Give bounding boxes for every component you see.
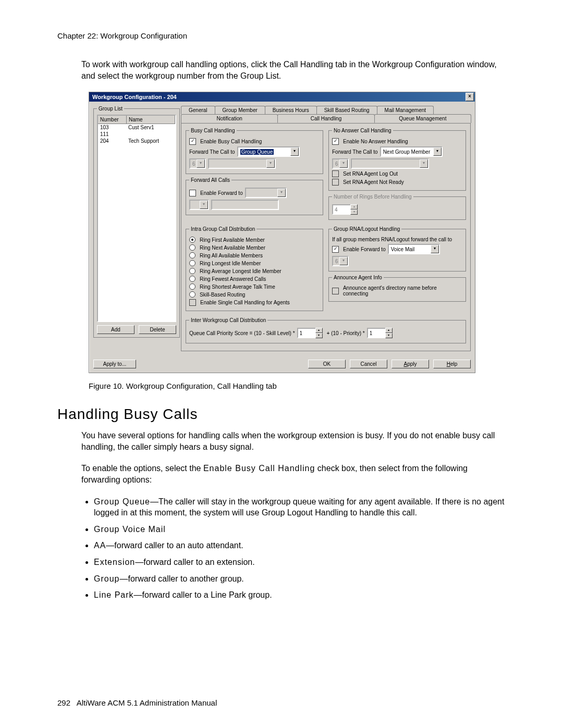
fwd-all-select: ▾	[245, 188, 287, 198]
radio-avg-longest[interactable]	[189, 268, 195, 274]
chevron-down-icon: ▾	[290, 147, 299, 156]
priority-spinner-a[interactable]: 1▴▾	[297, 328, 316, 338]
chevron-down-icon: ▾	[266, 159, 275, 168]
announce-agent-info: Announce Agent Info Announce agent's dir…	[328, 275, 466, 302]
window-title: Workgroup Configuration - 204	[92, 94, 177, 100]
single-call-chk[interactable]	[189, 299, 196, 306]
chevron-down-icon: ▾	[431, 245, 439, 253]
ok-button[interactable]: OK	[308, 360, 346, 368]
list-item: AA—forward caller to an auto attendant.	[94, 540, 506, 551]
page-footer: 292 AltiWare ACM 5.1 Administration Manu…	[57, 698, 217, 707]
intra-group-distribution: Intra Group Call Distribution Ring First…	[186, 226, 323, 311]
radio-ring-next[interactable]	[189, 244, 195, 251]
chevron-down-icon: ▾	[200, 201, 208, 209]
close-icon[interactable]: ×	[466, 93, 474, 101]
tab-general[interactable]: General	[181, 106, 215, 114]
priority-spinner-b[interactable]: 1▴▾	[367, 328, 386, 338]
busy-call-handling: Busy Call Handling Enable Busy Call Hand…	[186, 128, 323, 174]
busy-small-num: 6▾	[189, 158, 206, 169]
cancel-button[interactable]: Cancel	[350, 360, 387, 368]
enable-busy-chk[interactable]	[189, 138, 196, 145]
radio-skill-based[interactable]	[189, 291, 195, 298]
tab-skill-routing[interactable]: Skill Based Routing	[316, 106, 377, 114]
no-answer-handling: No Answer Call Handling Enable No Answer…	[328, 128, 466, 191]
enable-noanswer-chk[interactable]	[332, 138, 339, 145]
section-heading: Handling Busy Calls	[57, 406, 506, 423]
list-item: Group Queue—The caller will stay in the …	[94, 496, 506, 519]
col-number[interactable]: Number	[98, 116, 127, 124]
radio-ring-first[interactable]	[189, 237, 195, 243]
body-paragraph: To enable the options, select the Enable…	[81, 463, 506, 485]
radio-fewest[interactable]	[189, 276, 195, 282]
tab-call-handling[interactable]: Call Handling	[277, 114, 374, 123]
chevron-down-icon: ▾	[277, 189, 286, 197]
radio-ring-all[interactable]	[189, 252, 195, 258]
list-row[interactable]: 111	[98, 131, 175, 138]
radio-longest-idle[interactable]	[189, 260, 195, 266]
radio-shortest-talk[interactable]	[189, 283, 195, 290]
group-list-fieldset: Group List Number Name 103 Cust Serv1 11…	[93, 106, 180, 338]
chevron-down-icon: ▾	[420, 159, 428, 168]
figure-screenshot: Workgroup Configuration - 204 × Group Li…	[89, 92, 506, 373]
intro-paragraph: To work with workgroup call handling opt…	[81, 59, 506, 81]
titlebar: Workgroup Configuration - 204 ×	[89, 92, 475, 102]
col-name[interactable]: Name	[127, 116, 175, 124]
rings-before-handling: Number of Rings Before Handling 4▴▾	[328, 194, 466, 220]
tab-business-hours[interactable]: Business Hours	[265, 106, 317, 114]
inter-workgroup-distribution: Inter Workgroup Call Distribution Queue …	[186, 317, 466, 343]
forward-all-calls: Forward All Calls Enable Forward to ▾ ▾	[186, 177, 323, 215]
apply-button[interactable]: Apply	[391, 360, 429, 368]
add-button[interactable]: Add	[97, 325, 134, 334]
list-item: Group—forward caller to another group.	[94, 573, 506, 585]
tab-notification[interactable]: Notification	[181, 114, 278, 123]
list-item: Line Park—forward caller to a Line Park …	[94, 589, 506, 601]
rna-logout-chk[interactable]	[332, 170, 339, 177]
list-row[interactable]: 103 Cust Serv1	[98, 124, 175, 131]
rna-fwd-select[interactable]: Voice Mail▾	[388, 244, 440, 254]
figure-caption: Figure 10. Workgroup Configuration, Call…	[89, 381, 506, 390]
chevron-down-icon: ▾	[433, 147, 442, 156]
group-list-legend: Group List	[97, 106, 124, 112]
announce-chk[interactable]	[332, 288, 339, 294]
noanswer-forward-select[interactable]: Next Group Member▾	[380, 146, 443, 157]
list-row[interactable]: 204 Tech Support	[98, 138, 175, 144]
chapter-header: Chapter 22: Workgroup Configuration	[57, 31, 506, 40]
chevron-down-icon: ▾	[197, 159, 205, 168]
workgroup-config-dialog: Workgroup Configuration - 204 × Group Li…	[89, 92, 475, 373]
tab-mail-management[interactable]: Mail Management	[377, 106, 434, 114]
busy-forward-select[interactable]: Group Queue▾	[237, 146, 300, 157]
group-list-box[interactable]: Number Name 103 Cust Serv1 111 204	[97, 115, 176, 322]
help-button[interactable]: Help	[433, 360, 471, 368]
apply-to-button[interactable]: Apply to...	[93, 360, 136, 368]
enable-fwd-all-chk[interactable]	[189, 190, 196, 196]
rings-spinner: 4▴▾	[332, 204, 351, 215]
options-list: Group Queue—The caller will stay in the …	[94, 496, 506, 601]
tab-queue-management[interactable]: Queue Management	[374, 114, 471, 123]
busy-small-select: ▾	[208, 158, 276, 169]
rna-notready-chk[interactable]	[332, 179, 339, 186]
body-paragraph: You have several options for handling ca…	[81, 430, 506, 452]
list-item: Extension—forward caller to an extension…	[94, 557, 506, 568]
chevron-down-icon: ▾	[339, 159, 348, 168]
tab-group-member[interactable]: Group Member	[215, 106, 265, 114]
delete-button[interactable]: Delete	[139, 325, 176, 334]
list-item: Group Voice Mail	[94, 524, 506, 535]
rna-enable-fwd-chk[interactable]	[332, 246, 339, 253]
group-rna-logout: Group RNA/Logout Handling If all group m…	[328, 226, 466, 272]
chevron-down-icon: ▾	[339, 257, 348, 265]
